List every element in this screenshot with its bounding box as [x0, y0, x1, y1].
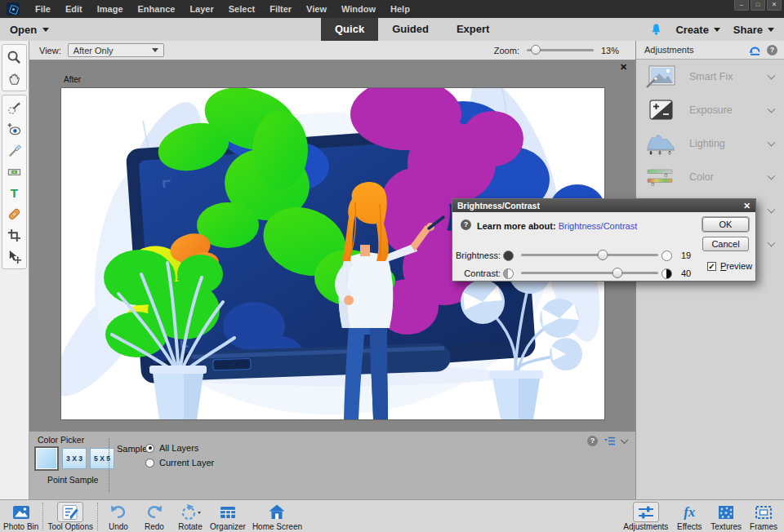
preview-checkbox-row[interactable]: ✓ Preview: [707, 261, 752, 271]
svg-text:T: T: [11, 185, 19, 199]
move-tool-icon[interactable]: [6, 248, 24, 264]
brightness-slider[interactable]: [521, 254, 658, 256]
share-menu[interactable]: Share: [733, 24, 774, 36]
tab-expert[interactable]: Expert: [443, 18, 503, 41]
radio-all-layers[interactable]: All Layers: [145, 443, 198, 453]
menu-file[interactable]: File: [28, 0, 58, 18]
chevron-down-icon: [714, 28, 720, 32]
adjustment-color[interactable]: Color: [636, 160, 784, 193]
chevron-down-icon[interactable]: [768, 71, 776, 79]
contrast-slider[interactable]: [521, 272, 658, 274]
whiten-teeth-tool-icon[interactable]: [6, 142, 24, 158]
contrast-min-icon: [503, 268, 514, 279]
adjustment-smart-fix[interactable]: Smart Fix: [636, 60, 784, 93]
menu-help[interactable]: Help: [383, 0, 417, 18]
chevron-down-icon[interactable]: [768, 205, 776, 213]
reset-icon[interactable]: [749, 45, 761, 55]
adjustment-label: Color: [689, 171, 714, 183]
create-menu[interactable]: Create: [675, 24, 719, 36]
help-icon[interactable]: ?: [767, 45, 777, 55]
spot-healing-brush-tool-icon[interactable]: [6, 206, 24, 222]
zoom-slider[interactable]: [527, 49, 594, 51]
learn-more-link[interactable]: Brightness/Contrast: [559, 221, 638, 231]
adjustment-exposure[interactable]: Exposure: [636, 93, 784, 126]
chevron-down-icon[interactable]: [768, 238, 776, 246]
sample-5x5-button[interactable]: 5 X 5: [90, 448, 114, 469]
panel-menu-icon[interactable]: [604, 437, 615, 446]
radio-button-icon[interactable]: [145, 444, 154, 453]
chevron-down-icon[interactable]: [768, 104, 776, 113]
taskbar-undo[interactable]: Undo: [105, 502, 131, 532]
taskbar-textures[interactable]: Textures: [710, 502, 742, 532]
adjustment-label: Exposure: [689, 104, 733, 116]
help-icon[interactable]: ?: [461, 219, 471, 230]
sample-3x3-button[interactable]: 3 X 3: [62, 448, 87, 469]
zoom-slider-handle[interactable]: [531, 45, 541, 55]
help-icon[interactable]: ?: [587, 436, 598, 446]
tabbar-right-controls: Create Share: [650, 18, 774, 41]
bottom-taskbar: Photo Bin Tool Options Undo Redo Rotate …: [0, 499, 784, 532]
learn-more-text: Learn more about: Brightness/Contrast: [477, 221, 637, 231]
crop-tool-icon[interactable]: [6, 227, 24, 243]
view-mode-dropdown[interactable]: After Only: [68, 43, 164, 57]
adjustment-lighting[interactable]: Lighting: [636, 126, 784, 160]
tab-quick[interactable]: Quick: [321, 18, 378, 41]
preview-label-rest: review: [726, 261, 752, 271]
chevron-down-icon: [42, 28, 49, 32]
menu-image[interactable]: Image: [90, 0, 131, 18]
collapse-panel-icon[interactable]: [621, 436, 629, 444]
canvas-close-icon[interactable]: ✕: [620, 62, 627, 72]
contrast-max-icon: [662, 268, 672, 279]
taskbar-rotate[interactable]: Rotate: [177, 502, 203, 532]
minimize-button[interactable]: –: [734, 0, 749, 11]
menu-filter[interactable]: Filter: [262, 0, 299, 18]
menu-view[interactable]: View: [299, 0, 334, 18]
red-eye-removal-tool-icon[interactable]: [6, 121, 24, 137]
zoom-tool-icon[interactable]: [6, 49, 24, 65]
dialog-close-icon[interactable]: ✕: [743, 201, 751, 211]
tool-options-panel: Color Picker 3 X 3 5 X 5 Point Sample Sa…: [29, 431, 635, 499]
taskbar-photo-bin[interactable]: Photo Bin: [3, 502, 38, 532]
cancel-button[interactable]: Cancel: [702, 237, 749, 251]
chevron-down-icon[interactable]: [768, 171, 776, 180]
contrast-slider-handle[interactable]: [612, 268, 622, 278]
rotate-arrow-icon: [179, 503, 202, 521]
taskbar-effects[interactable]: fx Effects: [676, 502, 702, 532]
tab-guided[interactable]: Guided: [378, 18, 443, 41]
radio-button-icon[interactable]: [145, 459, 154, 468]
taskbar-organizer[interactable]: Organizer: [210, 502, 246, 532]
menu-layer[interactable]: Layer: [182, 0, 220, 18]
notifications-bell-icon[interactable]: [650, 23, 662, 36]
menu-select[interactable]: Select: [221, 0, 262, 18]
menu-enhance[interactable]: Enhance: [131, 0, 183, 18]
ok-button[interactable]: OK: [702, 217, 749, 232]
menu-window[interactable]: Window: [334, 0, 383, 18]
brightness-slider-handle[interactable]: [597, 250, 608, 260]
share-menu-label: Share: [733, 24, 763, 36]
menu-edit[interactable]: Edit: [58, 0, 90, 18]
straighten-tool-icon[interactable]: [6, 163, 24, 180]
dialog-title-bar[interactable]: Brightness/Contrast ✕: [452, 199, 755, 212]
divider: [109, 438, 109, 492]
lighting-icon: [645, 131, 676, 156]
radio-current-layer[interactable]: Current Layer: [145, 458, 214, 468]
organizer-grid-icon: [218, 503, 238, 521]
chevron-down-icon[interactable]: [768, 138, 776, 146]
taskbar-tool-options[interactable]: Tool Options: [47, 502, 93, 532]
quick-selection-tool-icon[interactable]: [6, 100, 24, 116]
taskbar-home-screen[interactable]: Home Screen: [252, 502, 302, 532]
type-tool-icon[interactable]: T: [6, 184, 24, 201]
close-button[interactable]: ✕: [767, 0, 782, 11]
taskbar-adjustments[interactable]: Adjustments: [623, 502, 668, 532]
chevron-down-icon: [768, 28, 774, 32]
taskbar-redo[interactable]: Redo: [141, 502, 167, 532]
hand-tool-icon[interactable]: [6, 70, 24, 86]
point-sample-swatch-button[interactable]: [34, 446, 59, 471]
maximize-button[interactable]: □: [751, 0, 765, 11]
adjustment-label: Smart Fix: [689, 71, 733, 82]
taskbar-frames[interactable]: Frames: [750, 502, 777, 532]
radio-label: Current Layer: [159, 458, 214, 468]
open-button[interactable]: Open: [10, 18, 49, 41]
brightness-max-icon: [662, 250, 672, 261]
preview-checkbox[interactable]: ✓: [707, 262, 716, 271]
